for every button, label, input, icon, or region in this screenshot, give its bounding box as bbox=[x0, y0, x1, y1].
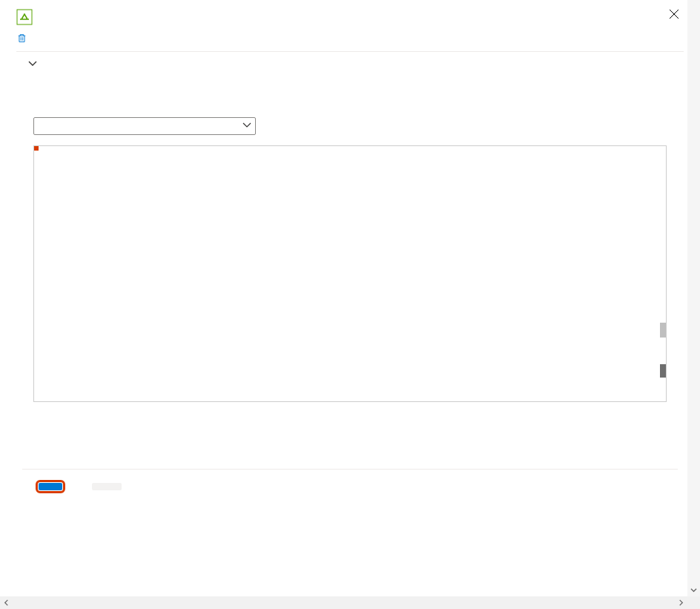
code-editor[interactable] bbox=[33, 145, 667, 402]
versions-select-wrap bbox=[33, 117, 256, 135]
versions-label bbox=[0, 92, 700, 117]
editor-code[interactable] bbox=[70, 146, 666, 401]
versions-select[interactable] bbox=[33, 117, 256, 135]
scroll-left-icon[interactable] bbox=[0, 596, 13, 609]
save-button bbox=[92, 483, 122, 490]
header bbox=[0, 0, 700, 28]
overview-ruler-mark bbox=[660, 323, 666, 338]
scrollbar-thumb[interactable] bbox=[13, 598, 675, 608]
delete-button[interactable] bbox=[16, 33, 32, 44]
panel-inner bbox=[0, 0, 700, 490]
svg-rect-0 bbox=[17, 10, 32, 24]
horizontal-scrollbar[interactable] bbox=[0, 596, 687, 609]
validate-button[interactable] bbox=[39, 483, 62, 490]
tabs bbox=[0, 76, 700, 92]
scroll-right-icon[interactable] bbox=[675, 596, 687, 609]
trash-icon bbox=[16, 33, 27, 44]
editor-gutter bbox=[34, 146, 70, 401]
scroll-down-icon[interactable] bbox=[687, 584, 700, 596]
close-icon bbox=[669, 9, 679, 19]
panel-root bbox=[0, 0, 700, 609]
scrollbar-track[interactable] bbox=[13, 596, 675, 609]
chevron-down-icon bbox=[28, 59, 37, 68]
vertical-scrollbar[interactable] bbox=[687, 0, 700, 596]
close-button[interactable] bbox=[667, 7, 681, 21]
essentials-toggle[interactable] bbox=[0, 52, 700, 76]
scrollbar-corner bbox=[687, 596, 700, 609]
schema-icon bbox=[16, 9, 33, 25]
button-bar bbox=[0, 470, 700, 490]
overview-ruler-mark bbox=[660, 364, 666, 378]
command-bar bbox=[0, 28, 700, 51]
